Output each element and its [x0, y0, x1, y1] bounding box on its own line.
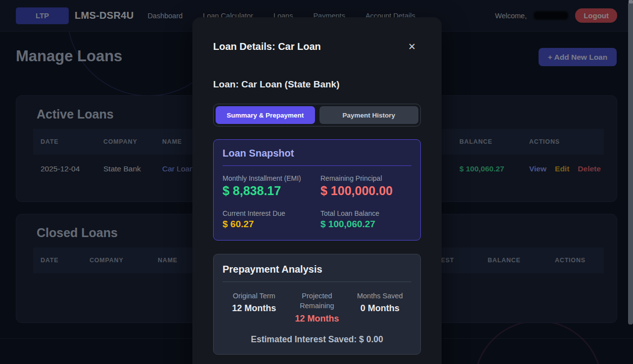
tab-payment-history[interactable]: Payment History [319, 106, 419, 124]
prepayment-analysis-title: Prepayment Analysis [223, 264, 411, 275]
modal-title: Loan Details: Car Loan [213, 41, 321, 52]
estimated-interest-saved: Estimated Interest Saved: $ 0.00 [223, 334, 411, 345]
tab-summary-prepayment[interactable]: Summary & Prepayment [216, 106, 315, 124]
modal-header: Loan Details: Car Loan ✕ [213, 41, 421, 52]
prepayment-divider [223, 282, 411, 282]
loan-details-modal: Loan Details: Car Loan ✕ Loan: Car Loan … [192, 17, 442, 364]
snapshot-metrics: Monthly Installment (EMI) $ 8,838.17 Rem… [223, 174, 411, 230]
stat-original-term: Original Term 12 Months [223, 291, 285, 324]
close-icon[interactable]: ✕ [407, 41, 417, 52]
stat-projected-remaining: Projected Remaining 12 Months [285, 291, 348, 324]
snapshot-divider [223, 165, 411, 166]
modal-subtitle: Loan: Car Loan (State Bank) [213, 79, 421, 90]
metric-current-interest-due: Current Interest Due $ 60.27 [223, 209, 320, 230]
scrollbar[interactable] [628, 0, 633, 364]
metric-emi: Monthly Installment (EMI) $ 8,838.17 [223, 174, 320, 198]
loan-snapshot-title: Loan Snapshot [223, 148, 411, 159]
loan-snapshot-card: Loan Snapshot Monthly Installment (EMI) … [213, 139, 421, 241]
metric-total-loan-balance: Total Loan Balance $ 100,060.27 [320, 209, 411, 230]
prepayment-analysis-card: Prepayment Analysis Original Term 12 Mon… [213, 254, 421, 355]
scrollbar-thumb[interactable] [628, 3, 633, 324]
app-root: LTP LMS-DSR4U Dashboard Loan Calculator … [0, 0, 633, 364]
metric-remaining-principal: Remaining Principal $ 100,000.00 [320, 174, 411, 198]
prepayment-stats: Original Term 12 Months Projected Remain… [223, 291, 411, 324]
modal-tabs: Summary & Prepayment Payment History [213, 104, 421, 126]
stat-months-saved: Months Saved 0 Months [349, 291, 411, 324]
